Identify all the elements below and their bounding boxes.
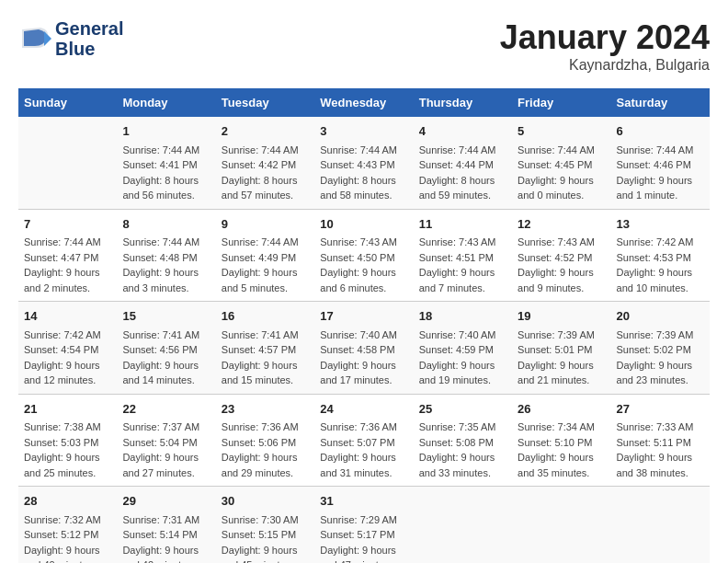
day-info-line: Sunset: 4:48 PM	[122, 250, 210, 266]
day-info-line: Sunset: 4:53 PM	[617, 250, 704, 266]
day-info-line: Sunrise: 7:44 AM	[320, 143, 407, 158]
day-info-line: Sunset: 4:42 PM	[222, 157, 309, 173]
day-info-line: Sunrise: 7:33 AM	[617, 419, 704, 435]
day-info-line: Daylight: 9 hours	[617, 450, 704, 465]
day-number: 15	[122, 307, 210, 326]
day-number: 29	[122, 492, 210, 511]
day-info-line: Sunset: 5:10 PM	[518, 435, 605, 451]
day-info-line: Sunrise: 7:44 AM	[222, 143, 309, 158]
day-number: 23	[222, 400, 309, 419]
calendar-cell: 8Sunrise: 7:44 AMSunset: 4:48 PMDaylight…	[117, 209, 215, 302]
day-info-line: and 5 minutes.	[222, 281, 309, 296]
week-row-5: 28Sunrise: 7:32 AMSunset: 5:12 PMDayligh…	[18, 487, 710, 564]
day-info-line: and 57 minutes.	[222, 188, 309, 203]
day-info-line: Daylight: 9 hours	[24, 358, 111, 373]
weekday-friday: Friday	[512, 88, 610, 117]
page-header: General Blue January 2024 Kaynardzha, Bu…	[18, 18, 710, 74]
day-info-line: Sunrise: 7:40 AM	[419, 327, 506, 343]
day-info-line: Daylight: 9 hours	[419, 265, 506, 281]
day-number: 8	[122, 215, 210, 234]
day-info-line: Sunset: 5:06 PM	[222, 435, 309, 451]
calendar-cell: 15Sunrise: 7:41 AMSunset: 4:56 PMDayligh…	[117, 302, 215, 395]
calendar-cell	[611, 487, 710, 564]
day-info-line: Sunrise: 7:39 AM	[518, 327, 605, 343]
day-number: 27	[617, 400, 704, 419]
day-info-line: Sunrise: 7:44 AM	[617, 143, 704, 158]
day-info-line: Sunrise: 7:36 AM	[320, 419, 407, 435]
day-info-line: Sunrise: 7:44 AM	[122, 235, 210, 250]
day-number: 13	[617, 215, 704, 234]
day-info-line: Sunset: 4:43 PM	[320, 157, 407, 173]
day-info-line: Daylight: 8 hours	[122, 173, 210, 189]
day-info-line: Sunrise: 7:42 AM	[617, 235, 704, 250]
day-number: 25	[419, 400, 506, 419]
day-number: 6	[617, 122, 704, 141]
day-info-line: Daylight: 9 hours	[617, 358, 704, 373]
weekday-sunday: Sunday	[18, 88, 117, 117]
day-info-line: and 59 minutes.	[419, 188, 506, 203]
day-number: 22	[122, 400, 210, 419]
calendar-cell: 7Sunrise: 7:44 AMSunset: 4:47 PMDaylight…	[18, 209, 117, 302]
day-info-line: and 29 minutes.	[222, 465, 309, 481]
day-info-line: Sunrise: 7:39 AM	[617, 327, 704, 343]
calendar-cell: 5Sunrise: 7:44 AMSunset: 4:45 PMDaylight…	[512, 117, 610, 209]
day-info-line: Sunrise: 7:44 AM	[122, 143, 210, 158]
calendar-cell: 29Sunrise: 7:31 AMSunset: 5:14 PMDayligh…	[117, 487, 215, 564]
day-info-line: Sunrise: 7:31 AM	[122, 512, 210, 528]
day-info-line: Sunset: 5:02 PM	[617, 342, 704, 358]
day-info-line: Sunrise: 7:44 AM	[24, 235, 111, 250]
calendar-cell: 1Sunrise: 7:44 AMSunset: 4:41 PMDaylight…	[117, 117, 215, 209]
day-info-line: Sunset: 4:44 PM	[419, 157, 506, 173]
day-info-line: Sunrise: 7:30 AM	[222, 512, 309, 528]
day-info-line: Sunset: 5:01 PM	[518, 342, 605, 358]
day-number: 11	[419, 215, 506, 234]
month-title: January 2024	[500, 18, 710, 57]
calendar-cell	[512, 487, 610, 564]
week-row-1: 1Sunrise: 7:44 AMSunset: 4:41 PMDaylight…	[18, 117, 710, 209]
day-info-line: Sunset: 5:04 PM	[122, 435, 210, 451]
day-info-line: and 33 minutes.	[419, 465, 506, 481]
day-number: 28	[24, 492, 111, 511]
day-info-line: and 7 minutes.	[419, 281, 506, 296]
day-info-line: Sunset: 4:51 PM	[419, 250, 506, 266]
day-info-line: Sunset: 4:59 PM	[419, 342, 506, 358]
day-info-line: Sunrise: 7:29 AM	[320, 512, 407, 528]
day-info-line: and 19 minutes.	[419, 373, 506, 388]
day-info-line: Daylight: 9 hours	[122, 543, 210, 558]
calendar-cell: 11Sunrise: 7:43 AMSunset: 4:51 PMDayligh…	[414, 209, 512, 302]
day-info-line: Daylight: 9 hours	[24, 265, 111, 281]
day-info-line: Sunrise: 7:40 AM	[320, 327, 407, 343]
day-info-line: Daylight: 9 hours	[24, 543, 111, 558]
day-info-line: Daylight: 9 hours	[617, 265, 704, 281]
calendar-cell: 20Sunrise: 7:39 AMSunset: 5:02 PMDayligh…	[611, 302, 710, 395]
day-info-line: Sunset: 5:17 PM	[320, 527, 407, 543]
calendar-cell: 17Sunrise: 7:40 AMSunset: 4:58 PMDayligh…	[314, 302, 413, 395]
day-info-line: Sunrise: 7:44 AM	[222, 235, 309, 250]
day-info-line: Daylight: 9 hours	[320, 358, 407, 373]
day-info-line: Sunset: 5:14 PM	[122, 527, 210, 543]
day-info-line: Sunset: 4:56 PM	[122, 342, 210, 358]
day-info-line: and 25 minutes.	[24, 465, 111, 481]
day-info-line: and 35 minutes.	[518, 465, 605, 481]
week-row-2: 7Sunrise: 7:44 AMSunset: 4:47 PMDaylight…	[18, 209, 710, 302]
day-info-line: and 1 minute.	[617, 188, 704, 203]
day-info-line: and 15 minutes.	[222, 373, 309, 388]
day-number: 9	[222, 215, 309, 234]
calendar-cell: 18Sunrise: 7:40 AMSunset: 4:59 PMDayligh…	[414, 302, 512, 395]
day-info-line: Sunrise: 7:35 AM	[419, 419, 506, 435]
day-info-line: Sunset: 5:12 PM	[24, 527, 111, 543]
week-row-4: 21Sunrise: 7:38 AMSunset: 5:03 PMDayligh…	[18, 394, 710, 487]
day-info-line: Sunset: 4:45 PM	[518, 157, 605, 173]
day-info-line: Sunrise: 7:32 AM	[24, 512, 111, 528]
day-info-line: and 0 minutes.	[518, 188, 605, 203]
weekday-wednesday: Wednesday	[314, 88, 413, 117]
day-info-line: Daylight: 9 hours	[617, 173, 704, 189]
day-info-line: Daylight: 9 hours	[24, 450, 111, 465]
weekday-thursday: Thursday	[414, 88, 512, 117]
day-info-line: Sunrise: 7:37 AM	[122, 419, 210, 435]
day-number: 2	[222, 122, 309, 141]
calendar-cell: 26Sunrise: 7:34 AMSunset: 5:10 PMDayligh…	[512, 394, 610, 487]
day-info-line: and 3 minutes.	[122, 281, 210, 296]
weekday-header-row: SundayMondayTuesdayWednesdayThursdayFrid…	[18, 88, 710, 117]
calendar-cell: 23Sunrise: 7:36 AMSunset: 5:06 PMDayligh…	[216, 394, 314, 487]
